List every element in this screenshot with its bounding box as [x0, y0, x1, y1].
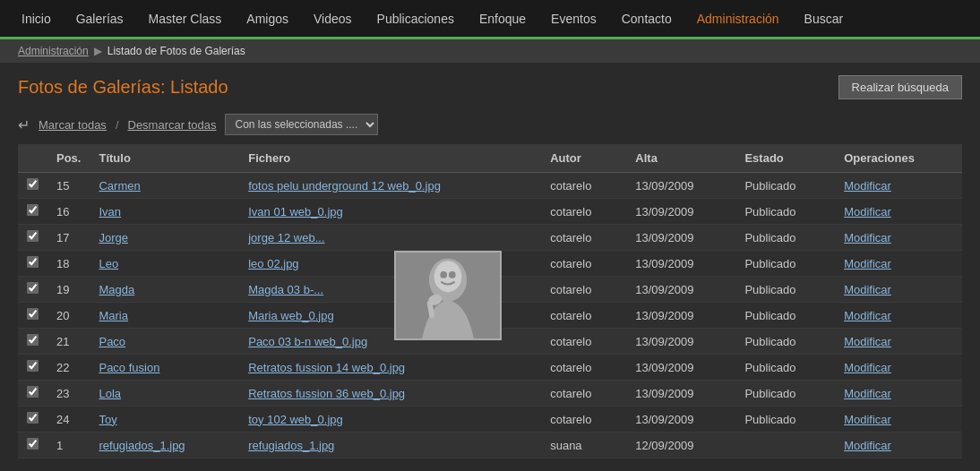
- row-modify-link[interactable]: Modificar: [844, 205, 891, 218]
- row-estado: Publicado: [735, 277, 835, 303]
- row-title: Carmen: [90, 173, 239, 199]
- toolbar: ↵ Marcar todas / Desmarcar todas Con las…: [0, 108, 980, 144]
- row-checkbox-cell: [18, 432, 47, 458]
- row-file-link[interactable]: Ivan 01 web_0.jpg: [248, 205, 343, 218]
- row-modify-link[interactable]: Modificar: [844, 257, 891, 270]
- row-file-link[interactable]: toy 102 web_0.jpg: [248, 413, 343, 426]
- nav-videos[interactable]: Videos: [301, 1, 365, 37]
- row-checkbox[interactable]: [27, 360, 39, 372]
- col-author: Autor: [541, 144, 626, 173]
- arrow-icon: ↵: [18, 116, 30, 133]
- row-title: Leo: [90, 251, 239, 277]
- table-row: 23 Lola Retratos fussion 36 web_0.jpg co…: [18, 381, 962, 407]
- row-checkbox-cell: [18, 407, 47, 432]
- row-file-link[interactable]: Magda 03 b-...: [248, 283, 323, 296]
- row-date: 13/09/2009: [626, 381, 735, 407]
- row-file-link[interactable]: leo 02.jpg: [248, 257, 298, 270]
- breadcrumb: Administración ▶ Listado de Fotos de Gal…: [0, 39, 980, 63]
- row-title-link[interactable]: Toy: [99, 413, 116, 426]
- row-title: Paco fusion: [90, 355, 239, 381]
- row-title: Lola: [90, 381, 239, 407]
- mark-all-link[interactable]: Marcar todas: [39, 118, 107, 132]
- row-checkbox[interactable]: [27, 282, 39, 294]
- row-checkbox[interactable]: [27, 334, 39, 346]
- row-title-link[interactable]: Maria: [99, 309, 128, 322]
- row-file-link[interactable]: Retratos fussion 36 web_0.jpg: [248, 387, 405, 400]
- row-file-link[interactable]: fotos pelu underground 12 web_0.jpg: [248, 179, 441, 193]
- row-modify-link[interactable]: Modificar: [844, 361, 891, 374]
- page-header: Fotos de Galerías: Listado Realizar búsq…: [0, 63, 980, 108]
- table-row: 15 Carmen fotos pelu underground 12 web_…: [18, 173, 962, 199]
- search-button[interactable]: Realizar búsqueda: [838, 75, 962, 99]
- nav-eventos[interactable]: Eventos: [538, 1, 609, 37]
- col-title: Título: [90, 144, 239, 173]
- nav-contacto[interactable]: Contacto: [609, 1, 684, 37]
- row-author: cotarelo: [541, 251, 626, 277]
- svg-point-3: [440, 271, 447, 278]
- nav-publicaciones[interactable]: Publicaciones: [365, 1, 467, 37]
- breadcrumb-separator: ▶: [94, 45, 102, 57]
- row-estado: Publicado: [735, 407, 835, 432]
- row-title-link[interactable]: Paco: [99, 335, 125, 348]
- row-title-link[interactable]: Paco fusion: [99, 361, 159, 374]
- row-modify-link[interactable]: Modificar: [844, 179, 891, 193]
- row-file-link[interactable]: Paco 03 b-n web_0.jpg: [248, 335, 367, 348]
- row-file-link[interactable]: Maria web_0.jpg: [248, 309, 333, 322]
- row-title-link[interactable]: Magda: [99, 283, 134, 296]
- row-ops: Modificar: [835, 303, 962, 329]
- row-estado: Publicado: [735, 173, 835, 199]
- row-file-link[interactable]: refugiados_1.jpg: [248, 439, 334, 452]
- row-modify-link[interactable]: Modificar: [844, 309, 891, 322]
- toolbar-separator: /: [116, 118, 119, 132]
- row-checkbox[interactable]: [27, 438, 39, 450]
- unmark-all-link[interactable]: Desmarcar todas: [128, 118, 217, 132]
- nav-masterclass[interactable]: Master Class: [136, 1, 235, 37]
- bulk-action-select[interactable]: Con las seleccionadas ....: [225, 114, 378, 135]
- row-pos: 19: [47, 277, 90, 303]
- row-modify-link[interactable]: Modificar: [844, 413, 891, 426]
- row-file: toy 102 web_0.jpg: [239, 407, 541, 432]
- row-title-link[interactable]: Jorge: [99, 231, 128, 244]
- row-modify-link[interactable]: Modificar: [844, 439, 891, 452]
- row-file: Retratos fussion 36 web_0.jpg: [239, 381, 541, 407]
- nav-amigos[interactable]: Amigos: [234, 1, 301, 37]
- row-title-link[interactable]: Carmen: [99, 179, 140, 193]
- row-pos: 15: [47, 173, 90, 199]
- row-title-link[interactable]: refugiados_1.jpg: [99, 439, 185, 452]
- table-header-row: Pos. Título Fichero Autor Alta Estado Op…: [18, 144, 962, 173]
- row-checkbox[interactable]: [27, 204, 39, 216]
- row-title-link[interactable]: Ivan: [99, 205, 121, 218]
- row-estado: [735, 432, 835, 458]
- nav-enfoque[interactable]: Enfoque: [467, 1, 538, 37]
- row-title-link[interactable]: Leo: [99, 257, 118, 270]
- row-checkbox[interactable]: [27, 386, 39, 398]
- row-checkbox[interactable]: [27, 256, 39, 268]
- row-modify-link[interactable]: Modificar: [844, 231, 891, 244]
- row-checkbox-cell: [18, 251, 47, 277]
- row-ops: Modificar: [835, 199, 962, 225]
- row-ops: Modificar: [835, 225, 962, 251]
- row-author: cotarelo: [541, 225, 626, 251]
- row-date: 13/09/2009: [626, 329, 735, 355]
- row-modify-link[interactable]: Modificar: [844, 387, 891, 400]
- row-checkbox-cell: [18, 381, 47, 407]
- nav-administracion[interactable]: Administración: [684, 1, 792, 37]
- row-checkbox[interactable]: [27, 230, 39, 242]
- row-ops: Modificar: [835, 277, 962, 303]
- row-checkbox-cell: [18, 277, 47, 303]
- row-checkbox-cell: [18, 303, 47, 329]
- row-modify-link[interactable]: Modificar: [844, 283, 891, 296]
- row-checkbox[interactable]: [27, 412, 39, 424]
- row-title-link[interactable]: Lola: [99, 387, 121, 400]
- row-title: Toy: [90, 407, 239, 432]
- nav-galerias[interactable]: Galerías: [64, 1, 136, 37]
- row-checkbox-cell: [18, 173, 47, 199]
- row-modify-link[interactable]: Modificar: [844, 335, 891, 348]
- breadcrumb-admin-link[interactable]: Administración: [18, 45, 89, 57]
- nav-inicio[interactable]: Inicio: [9, 1, 64, 37]
- row-checkbox[interactable]: [27, 178, 39, 190]
- nav-buscar[interactable]: Buscar: [792, 1, 856, 37]
- row-file-link[interactable]: Retratos fussion 14 web_0.jpg: [248, 361, 405, 374]
- row-checkbox[interactable]: [27, 308, 39, 320]
- row-file-link[interactable]: jorge 12 web...: [248, 231, 324, 244]
